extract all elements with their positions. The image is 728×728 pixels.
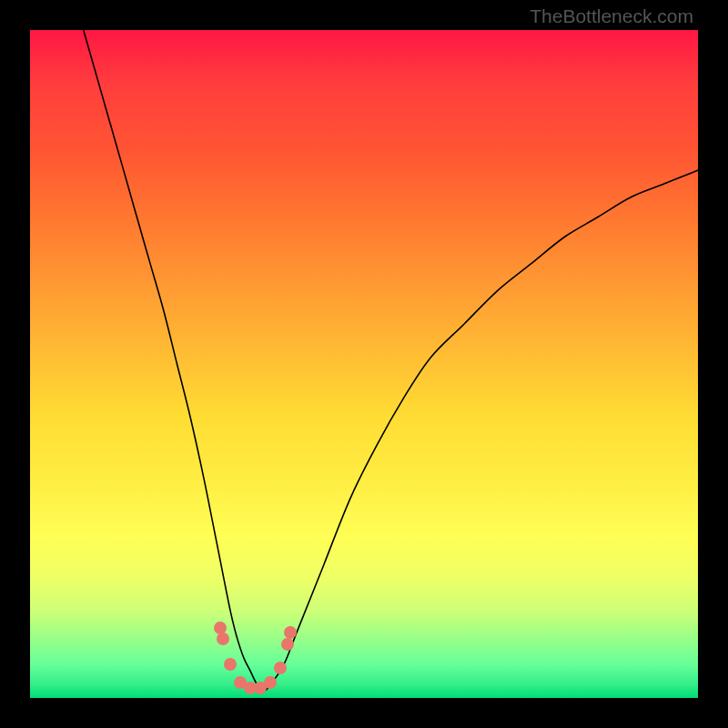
highlight-marker <box>281 638 294 651</box>
highlight-marker <box>264 676 277 689</box>
highlight-marker <box>217 632 229 645</box>
highlight-marker <box>274 662 287 674</box>
highlight-marker <box>224 658 237 671</box>
attribution-text: TheBottleneck.com <box>530 5 693 27</box>
chart-plot-area <box>30 30 698 698</box>
bottleneck-curve <box>30 30 698 698</box>
highlight-marker <box>284 626 297 639</box>
